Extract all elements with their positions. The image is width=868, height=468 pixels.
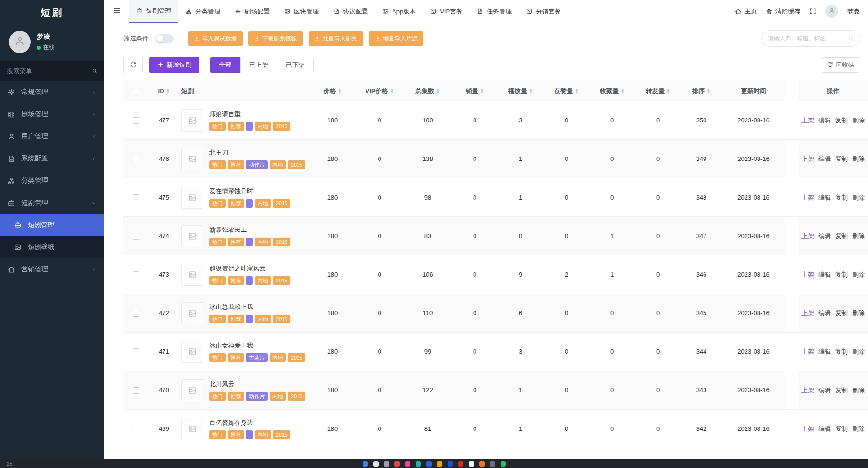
- action-上架[interactable]: 上架: [801, 193, 814, 202]
- action-复制[interactable]: 复制: [835, 116, 848, 125]
- user-avatar[interactable]: [9, 31, 31, 53]
- action-删除[interactable]: 删除: [852, 425, 865, 433]
- taskbar-app-icon[interactable]: [405, 461, 410, 467]
- sidebar-item-短剧管理[interactable]: 短剧管理: [0, 192, 104, 214]
- sidebar-item-系统配置[interactable]: 系统配置: [0, 147, 104, 170]
- sort-icon[interactable]: ▲▼: [390, 88, 394, 94]
- action-上架[interactable]: 上架: [801, 348, 814, 356]
- row-checkbox[interactable]: [133, 117, 139, 124]
- action-删除[interactable]: 删除: [852, 193, 865, 202]
- sort-icon[interactable]: ▲▼: [666, 88, 670, 94]
- sort-icon[interactable]: ▲▼: [707, 88, 711, 94]
- taskbar-app-icon[interactable]: [416, 461, 421, 467]
- action-复制[interactable]: 复制: [835, 232, 848, 241]
- action-上架[interactable]: 上架: [801, 270, 814, 279]
- taskbar-app-icon[interactable]: [426, 461, 432, 467]
- taskbar-app-icon[interactable]: [448, 461, 453, 467]
- row-checkbox[interactable]: [133, 156, 139, 162]
- import-button-增量导入片源[interactable]: 增量导入片源: [369, 31, 423, 46]
- sidebar-item-营销管理[interactable]: 营销管理: [0, 258, 104, 281]
- taskbar-app-icon[interactable]: [469, 461, 474, 467]
- taskbar-app-icon[interactable]: [490, 461, 495, 467]
- taskbar-app-icon[interactable]: [394, 461, 400, 467]
- navbar-avatar[interactable]: [825, 5, 838, 18]
- sidebar-item-剧场管理[interactable]: 剧场管理: [0, 103, 104, 125]
- action-编辑[interactable]: 编辑: [818, 425, 831, 433]
- sort-icon[interactable]: ▲▼: [436, 88, 440, 94]
- import-button-批量导入剧集[interactable]: 批量导入剧集: [309, 31, 363, 46]
- nav-tab-任务管理[interactable]: 任务管理: [470, 0, 519, 23]
- action-编辑[interactable]: 编辑: [818, 155, 831, 163]
- action-删除[interactable]: 删除: [852, 232, 865, 241]
- action-编辑[interactable]: 编辑: [818, 193, 831, 202]
- search-icon[interactable]: [848, 36, 854, 42]
- drama-thumbnail[interactable]: [181, 264, 203, 286]
- action-删除[interactable]: 删除: [852, 116, 865, 125]
- drama-thumbnail[interactable]: [181, 302, 203, 324]
- drama-thumbnail[interactable]: [181, 187, 203, 209]
- action-上架[interactable]: 上架: [801, 155, 814, 163]
- add-drama-button[interactable]: 新增短剧: [149, 57, 199, 73]
- action-上架[interactable]: 上架: [801, 116, 814, 125]
- nav-tab-分类管理[interactable]: 分类管理: [178, 0, 228, 23]
- sort-icon[interactable]: ▲▼: [480, 88, 484, 94]
- sidebar-subitem-短剧管理[interactable]: 短剧管理: [0, 214, 104, 236]
- menu-toggle-button[interactable]: [104, 0, 129, 23]
- search-icon[interactable]: [92, 68, 98, 74]
- action-编辑[interactable]: 编辑: [818, 386, 831, 395]
- sort-icon[interactable]: ▲▼: [575, 88, 579, 94]
- recycle-bin-button[interactable]: 回收站: [821, 57, 861, 73]
- nav-tab-VIP套餐[interactable]: VIP套餐: [423, 0, 470, 23]
- nav-tab-区块管理[interactable]: 区块管理: [277, 0, 326, 23]
- filter-toggle[interactable]: [155, 34, 174, 43]
- row-checkbox[interactable]: [133, 348, 139, 355]
- import-button-下载剧集模板[interactable]: 下载剧集模板: [248, 31, 303, 46]
- action-删除[interactable]: 删除: [852, 386, 865, 395]
- sidebar-item-常规管理[interactable]: 常规管理: [0, 81, 104, 103]
- fullscreen-button[interactable]: [809, 8, 816, 15]
- nav-link-主页[interactable]: 主页: [735, 7, 757, 16]
- action-删除[interactable]: 删除: [852, 270, 865, 279]
- taskbar-app-icon[interactable]: [501, 461, 506, 467]
- action-复制[interactable]: 复制: [835, 193, 848, 202]
- status-tab-已下架[interactable]: 已下架: [277, 57, 313, 73]
- action-编辑[interactable]: 编辑: [818, 309, 831, 318]
- nav-tab-App版本[interactable]: App版本: [375, 0, 423, 23]
- drama-thumbnail[interactable]: [181, 341, 203, 363]
- action-上架[interactable]: 上架: [801, 309, 814, 318]
- drama-thumbnail[interactable]: [181, 379, 203, 401]
- action-删除[interactable]: 删除: [852, 309, 865, 318]
- sidebar-search-input[interactable]: [7, 67, 92, 75]
- drama-thumbnail[interactable]: [181, 225, 203, 247]
- status-tab-已上架[interactable]: 已上架: [241, 57, 277, 73]
- navbar-username[interactable]: 梦凌: [847, 7, 859, 16]
- action-编辑[interactable]: 编辑: [818, 116, 831, 125]
- row-checkbox[interactable]: [133, 233, 139, 240]
- sort-icon[interactable]: ▲▼: [338, 88, 342, 94]
- nav-tab-分销套餐[interactable]: 分销套餐: [519, 0, 568, 23]
- import-button-导入测试数据[interactable]: 导入测试数据: [188, 31, 243, 46]
- drama-thumbnail[interactable]: [181, 418, 203, 440]
- action-上架[interactable]: 上架: [801, 232, 814, 241]
- taskbar-app-icon[interactable]: [437, 461, 442, 467]
- nav-tab-短剧管理[interactable]: 短剧管理: [129, 0, 178, 23]
- action-复制[interactable]: 复制: [835, 386, 848, 395]
- action-删除[interactable]: 删除: [852, 348, 865, 356]
- sidebar-subitem-短剧壁纸[interactable]: 短剧壁纸: [0, 236, 104, 258]
- action-上架[interactable]: 上架: [801, 386, 814, 395]
- sort-icon[interactable]: ▲▼: [621, 88, 624, 94]
- action-编辑[interactable]: 编辑: [818, 348, 831, 356]
- table-search-input[interactable]: [768, 35, 844, 42]
- sort-icon[interactable]: ▲▼: [166, 88, 170, 94]
- select-all-checkbox[interactable]: [133, 88, 139, 94]
- row-checkbox[interactable]: [133, 194, 139, 201]
- taskbar-app-icon[interactable]: [479, 461, 485, 467]
- action-上架[interactable]: 上架: [801, 425, 814, 433]
- action-复制[interactable]: 复制: [835, 425, 848, 433]
- sidebar-item-用户管理[interactable]: 用户管理: [0, 125, 104, 147]
- taskbar-app-icon[interactable]: [384, 461, 389, 467]
- status-tab-全部[interactable]: 全部: [210, 57, 241, 73]
- row-checkbox[interactable]: [133, 426, 139, 432]
- nav-tab-剧场配置[interactable]: 剧场配置: [228, 0, 277, 23]
- drama-thumbnail[interactable]: [181, 148, 203, 170]
